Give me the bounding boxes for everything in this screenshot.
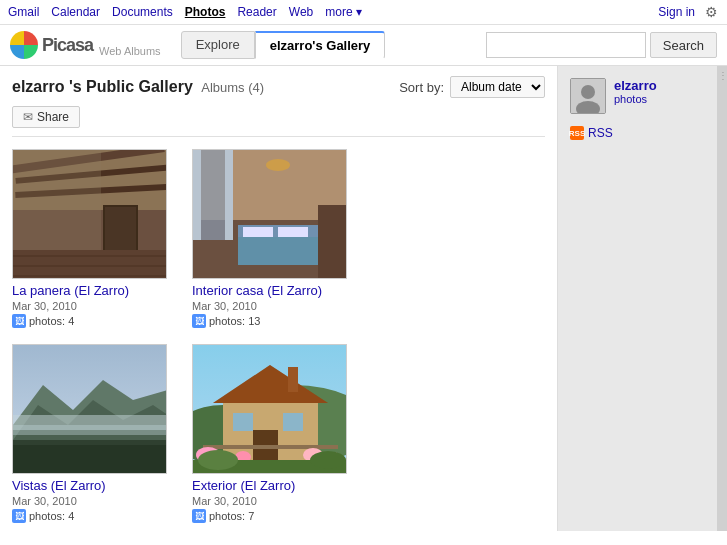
svg-point-51	[310, 451, 346, 469]
rss-label: RSS	[588, 126, 613, 140]
user-card: elzarro photos	[570, 78, 705, 114]
svg-rect-12	[13, 275, 167, 277]
svg-rect-40	[233, 413, 253, 431]
settings-icon[interactable]: ⚙	[703, 4, 719, 20]
album-photos-count-3: photos: 7	[209, 510, 254, 522]
album-thumb-3	[192, 344, 347, 474]
album-photos-count-0: photos: 4	[29, 315, 74, 327]
album-name-2[interactable]: Vistas (El Zarro)	[12, 478, 172, 493]
photos-icon-0: 🖼	[12, 314, 26, 328]
album-thumb-0	[12, 149, 167, 279]
user-name[interactable]: elzarro	[614, 78, 657, 93]
user-photos-link[interactable]: photos	[614, 93, 657, 105]
nav-gmail[interactable]: Gmail	[8, 5, 39, 19]
album-photos-count-1: photos: 13	[209, 315, 260, 327]
scrollbar-handle: ⋮	[718, 70, 727, 81]
svg-rect-17	[193, 150, 201, 240]
svg-point-24	[266, 159, 290, 171]
nav-more[interactable]: more ▾	[325, 5, 362, 19]
svg-rect-41	[283, 413, 303, 431]
album-photos-2: 🖼 photos: 4	[12, 509, 172, 523]
album-name-0[interactable]: La panera (El Zarro)	[12, 283, 172, 298]
search-input[interactable]	[486, 32, 646, 58]
album-item-2[interactable]: Vistas (El Zarro) Mar 30, 2010 🖼 photos:…	[12, 344, 172, 523]
svg-rect-10	[13, 255, 167, 257]
user-info: elzarro photos	[614, 78, 657, 105]
photos-icon-2: 🖼	[12, 509, 26, 523]
sign-in-link[interactable]: Sign in	[658, 5, 695, 19]
album-date-0: Mar 30, 2010	[12, 300, 172, 312]
tab-explore[interactable]: Explore	[181, 31, 255, 59]
main-wrapper: elzarro 's Public Gallery Albums (4) Sor…	[0, 66, 727, 531]
picasa-header: Picasa Web Albums Explore elzarro's Gall…	[0, 25, 727, 66]
web-albums-text: Web Albums	[99, 45, 161, 59]
svg-rect-18	[225, 150, 233, 240]
share-button[interactable]: ✉ Share	[12, 106, 80, 128]
svg-rect-43	[203, 445, 338, 449]
album-thumb-1	[192, 149, 347, 279]
header-tabs: Explore elzarro's Gallery	[181, 31, 386, 59]
share-button-label: Share	[37, 110, 69, 124]
nav-calendar[interactable]: Calendar	[51, 5, 100, 19]
user-avatar	[570, 78, 606, 114]
nav-links: Gmail Calendar Documents Photos Reader W…	[8, 5, 362, 19]
svg-rect-21	[238, 237, 318, 265]
svg-point-50	[198, 450, 238, 470]
sort-area: Sort by: Album date	[399, 76, 545, 98]
rss-icon: RSS	[570, 126, 584, 140]
album-item-3[interactable]: Exterior (El Zarro) Mar 30, 2010 🖼 photo…	[192, 344, 352, 523]
sort-select[interactable]: Album date	[450, 76, 545, 98]
svg-point-53	[581, 85, 595, 99]
album-item-1[interactable]: Interior casa (El Zarro) Mar 30, 2010 🖼 …	[192, 149, 352, 328]
envelope-icon: ✉	[23, 110, 33, 124]
scrollbar-area[interactable]: ⋮	[717, 66, 727, 531]
album-thumb-2	[12, 344, 167, 474]
svg-rect-30	[13, 425, 167, 435]
search-button[interactable]: Search	[650, 32, 717, 58]
search-area: Search	[486, 32, 717, 58]
album-date-2: Mar 30, 2010	[12, 495, 172, 507]
album-date-3: Mar 30, 2010	[192, 495, 352, 507]
svg-rect-25	[318, 205, 347, 279]
album-date-1: Mar 30, 2010	[192, 300, 352, 312]
sort-label: Sort by:	[399, 80, 444, 95]
picasa-logo-icon	[10, 31, 38, 59]
top-navigation: Gmail Calendar Documents Photos Reader W…	[0, 0, 727, 25]
svg-rect-32	[13, 445, 167, 474]
rss-link[interactable]: RSS RSS	[570, 126, 705, 140]
album-photos-0: 🖼 photos: 4	[12, 314, 172, 328]
picasa-logo-area: Picasa Web Albums	[10, 31, 161, 59]
svg-rect-23	[278, 227, 308, 237]
photos-icon-1: 🖼	[192, 314, 206, 328]
gallery-title: elzarro 's Public Gallery Albums (4)	[12, 78, 264, 96]
svg-rect-39	[288, 367, 298, 392]
svg-rect-9	[13, 250, 167, 279]
sidebar: elzarro photos RSS RSS	[557, 66, 717, 531]
gallery-header: elzarro 's Public Gallery Albums (4) Sor…	[12, 76, 545, 98]
albums-grid: La panera (El Zarro) Mar 30, 2010 🖼 phot…	[12, 149, 545, 523]
album-item-0[interactable]: La panera (El Zarro) Mar 30, 2010 🖼 phot…	[12, 149, 172, 328]
album-photos-1: 🖼 photos: 13	[192, 314, 352, 328]
nav-right: Sign in ⚙	[658, 4, 719, 20]
albums-count: Albums (4)	[201, 80, 264, 95]
picasa-logo-text: Picasa	[42, 35, 93, 56]
share-bar: ✉ Share	[12, 106, 545, 137]
svg-rect-22	[243, 227, 273, 237]
content-area: elzarro 's Public Gallery Albums (4) Sor…	[0, 66, 557, 531]
album-name-3[interactable]: Exterior (El Zarro)	[192, 478, 352, 493]
album-name-1[interactable]: Interior casa (El Zarro)	[192, 283, 352, 298]
photos-icon-3: 🖼	[192, 509, 206, 523]
nav-photos[interactable]: Photos	[185, 5, 226, 19]
album-photos-count-2: photos: 4	[29, 510, 74, 522]
nav-web[interactable]: Web	[289, 5, 313, 19]
gallery-title-text: elzarro 's Public Gallery	[12, 78, 193, 95]
nav-documents[interactable]: Documents	[112, 5, 173, 19]
album-photos-3: 🖼 photos: 7	[192, 509, 352, 523]
tab-gallery[interactable]: elzarro's Gallery	[255, 31, 386, 59]
nav-reader[interactable]: Reader	[237, 5, 276, 19]
svg-rect-11	[13, 265, 167, 267]
